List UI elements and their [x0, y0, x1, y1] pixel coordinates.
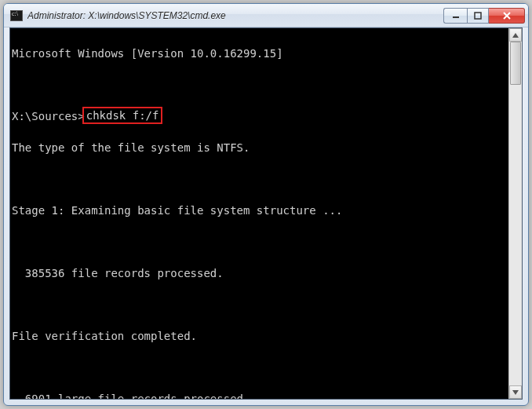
blank-line [12, 234, 507, 250]
svg-rect-0 [453, 16, 459, 18]
cmd-icon: c:\ [10, 10, 23, 21]
scroll-down-button[interactable] [509, 385, 522, 399]
window-controls [443, 8, 525, 24]
output-line: 6901 large file records processed. [12, 391, 507, 400]
output-line: The type of the file system is NTFS. [12, 140, 507, 155]
blank-line [12, 77, 507, 93]
terminal-output[interactable]: Microsoft Windows [Version 10.0.16299.15… [10, 28, 508, 399]
window-title: Administrator: X:\windows\SYSTEM32\cmd.e… [27, 10, 443, 21]
scrollbar-thumb[interactable] [510, 42, 521, 85]
vertical-scrollbar[interactable] [508, 28, 522, 399]
version-line: Microsoft Windows [Version 10.0.16299.15… [12, 46, 507, 61]
close-button[interactable] [489, 8, 525, 24]
blank-line [12, 171, 507, 187]
blank-line [12, 360, 507, 375]
output-line: 385536 file records processed. [12, 265, 507, 281]
titlebar[interactable]: c:\ Administrator: X:\windows\SYSTEM32\c… [4, 4, 528, 27]
output-line: Stage 1: Examining basic file system str… [12, 203, 507, 218]
maximize-button[interactable] [467, 8, 489, 24]
scrollbar-track[interactable] [509, 42, 522, 385]
command-highlight: chkdsk f:/f [82, 107, 163, 124]
svg-rect-1 [475, 13, 481, 19]
blank-line [12, 297, 507, 312]
scroll-up-button[interactable] [509, 28, 522, 42]
command-text: chkdsk f:/f [86, 108, 159, 123]
minimize-button[interactable] [443, 8, 467, 24]
client-area: Microsoft Windows [Version 10.0.16299.15… [9, 27, 523, 400]
prompt-text: X:\Sources> [12, 108, 85, 124]
cmd-window: c:\ Administrator: X:\windows\SYSTEM32\c… [3, 3, 529, 406]
prompt-line: X:\Sources>chkdsk f:/f [12, 108, 507, 124]
output-line: File verification completed. [12, 328, 507, 344]
